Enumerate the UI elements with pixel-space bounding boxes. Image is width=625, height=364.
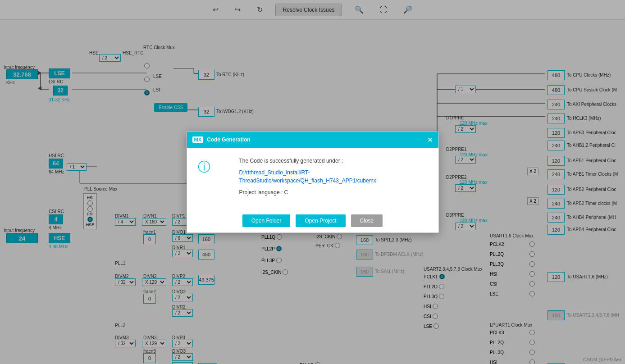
code-generation-modal: MX Code Generation ✕ ⓘ The Code is succe… xyxy=(187,132,439,233)
mx-icon: MX xyxy=(192,136,204,143)
modal-content-area: ⓘ The Code is successfully generated und… xyxy=(198,157,428,200)
modal-close-button[interactable]: ✕ xyxy=(427,136,433,144)
modal-title-area: MX Code Generation xyxy=(192,136,251,143)
modal-header: MX Code Generation ✕ xyxy=(187,132,438,148)
info-icon: ⓘ xyxy=(198,159,210,176)
modal-message1: The Code is successfully generated under… xyxy=(239,157,428,165)
modal-body: ⓘ The Code is successfully generated und… xyxy=(187,148,438,209)
modal-message2: Project language : C xyxy=(239,188,428,196)
open-project-button[interactable]: Open Project xyxy=(296,214,345,227)
open-folder-button[interactable]: Open Folder xyxy=(242,214,291,227)
close-modal-button[interactable]: Close xyxy=(351,214,383,227)
modal-title: Code Generation xyxy=(207,136,251,143)
modal-path: D:/rtthread_Studio_install/RT-ThreadStud… xyxy=(239,168,428,185)
modal-overlay: MX Code Generation ✕ ⓘ The Code is succe… xyxy=(0,0,625,364)
modal-text-content: The Code is successfully generated under… xyxy=(239,157,428,200)
modal-footer: Open Folder Open Project Close xyxy=(187,209,438,232)
